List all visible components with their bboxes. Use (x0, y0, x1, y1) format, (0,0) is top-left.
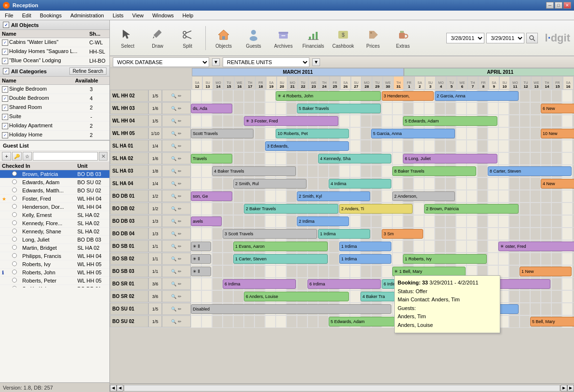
booking-block[interactable]: 10 New (541, 129, 574, 138)
booking-block[interactable]: 1 New (520, 267, 572, 276)
booking-block[interactable]: 1 Roberts, Ivy (403, 254, 487, 264)
booking-block[interactable]: 6 Irdima (307, 279, 381, 289)
extras-tool-button[interactable]: Extras (389, 24, 417, 53)
refine-search-button[interactable]: Refine Search (69, 68, 107, 75)
booking-block[interactable]: ✳ 3 Foster, Fred (244, 116, 338, 126)
scroll-right-button[interactable]: ▶ (561, 385, 567, 392)
list-item[interactable]: Edwards, Adam BO SU 02 (0, 178, 109, 187)
cashbook-tool-button[interactable]: $ Cashbook (329, 24, 357, 53)
booking-block[interactable]: 1 Carter, Steven (233, 254, 328, 264)
booking-block[interactable]: 6 New (541, 104, 574, 113)
guest-search-input[interactable] (33, 152, 98, 161)
units-select[interactable]: RENTABLE UNITS (223, 57, 309, 67)
booking-block[interactable]: 3 Edwards, (265, 141, 349, 151)
table-row[interactable]: ✓Cabins "Water Lilies" C-WL (0, 38, 109, 47)
booking-block[interactable]: ✳ ll (191, 267, 211, 276)
list-item[interactable]: Smith, Kyle BO DB 01 (0, 285, 109, 288)
menu-windows[interactable]: Windows (148, 12, 178, 19)
list-item[interactable]: Edwards, Matth... BO SU 02 (0, 187, 109, 195)
table-row[interactable]: ✓"Blue Ocean" Lodging LH-BO (0, 56, 109, 66)
table-row[interactable]: ✓Holiday Homes "Saguaro L... HH-SL (0, 47, 109, 56)
list-item[interactable]: Philipps, Francis WL HH 04 (0, 252, 109, 260)
booking-block[interactable]: 8 Carter, Steven (488, 166, 572, 176)
booking-block[interactable]: ✳ ll (191, 254, 211, 264)
menu-administration[interactable]: Administration (67, 12, 108, 19)
prices-tool-button[interactable]: Prices (359, 24, 387, 53)
booking-block[interactable]: son, Ge (191, 191, 232, 201)
guests-tool-button[interactable]: Guests (240, 24, 267, 53)
booking-block[interactable]: ✳ ll (191, 242, 211, 251)
date-to-select[interactable]: 3/29/2011 (486, 33, 524, 43)
booking-block[interactable]: 4 Baker Travels (212, 166, 296, 176)
booking-block[interactable]: 1 Irdima (318, 229, 370, 239)
horizontal-scrollbar[interactable] (124, 385, 560, 392)
booking-block[interactable]: 2 Brown, Patricia (424, 204, 519, 214)
table-row[interactable]: ✓Suite - (0, 112, 109, 122)
booking-block[interactable]: 4 Irdima (329, 179, 391, 189)
list-item[interactable]: Long, Juliet BO DB 03 (0, 236, 109, 244)
booking-block[interactable]: avels (191, 216, 222, 226)
booking-block[interactable]: ✳ 4 Roberts, John (276, 91, 381, 101)
booking-block[interactable]: 5 Edwards, Adam (403, 116, 497, 126)
list-item[interactable]: Roberts, Peter WL HH 05 (0, 277, 109, 285)
guest-add-button[interactable]: + (2, 152, 11, 161)
booking-block[interactable]: 2 Smith, Rul (233, 179, 307, 189)
financials-tool-button[interactable]: Financials (299, 24, 327, 53)
table-row[interactable]: ✓Holiday Apartment 2 (0, 122, 109, 131)
db-arrow-button[interactable]: ▼ (212, 58, 220, 66)
booking-block[interactable]: 1 Irdima (339, 254, 391, 264)
booking-block[interactable]: 1 Evans, Aaron (233, 242, 328, 251)
menu-lists[interactable]: Lists (109, 12, 128, 19)
booking-block[interactable]: 2 Baker Travels (244, 204, 338, 214)
list-item[interactable]: Kelly, Ernest SL HA 02 (0, 211, 109, 219)
obj-check-2[interactable]: ✓ (2, 49, 8, 55)
booking-block[interactable]: Scott Travels (191, 129, 254, 138)
list-item[interactable]: Henderson, Dor... WL HH 04 (0, 203, 109, 211)
booking-block[interactable]: 6 Anders, Louise (244, 292, 349, 301)
database-select[interactable]: WORK DATABASE (113, 57, 209, 67)
list-item[interactable]: Martin, Bridget SL HA 02 (0, 244, 109, 252)
guest-star-button[interactable]: ☆ (23, 152, 32, 161)
menu-view[interactable]: View (128, 12, 147, 19)
date-from-select[interactable]: 3/28/2011 (446, 33, 484, 43)
scroll-right2-button[interactable]: ▶ (567, 385, 574, 392)
list-item[interactable]: ★ Foster, Fred WL HH 04 (0, 195, 109, 203)
archives-tool-button[interactable]: Archives (269, 24, 297, 53)
scroll-left2-button[interactable]: ◀ (117, 385, 123, 392)
booking-block[interactable]: ✳ oster, Fred (498, 242, 574, 251)
objects-tool-button[interactable]: Objects (210, 24, 238, 53)
table-row[interactable]: ✓Shared Room 2 (0, 103, 109, 112)
booking-block[interactable]: 5 Bell, Mary (530, 317, 574, 326)
maximize-button[interactable]: □ (555, 2, 562, 9)
booking-block[interactable]: 3 Scott Travels (223, 229, 317, 239)
booking-block[interactable]: 2 Garcia, Anna (435, 91, 519, 101)
booking-block[interactable]: 6 Long, Juliet (403, 154, 497, 163)
guest-search-clear[interactable]: ✕ (99, 152, 107, 161)
guest-list-scroll[interactable]: Checked In Unit Brown, Patricia BO DB 03 (0, 162, 109, 287)
booking-block[interactable]: 2 Irdima (297, 216, 349, 226)
scroll-left-button[interactable]: ◀ (110, 385, 117, 392)
table-row[interactable]: ✓Double Bedroom 4 (0, 94, 109, 103)
booking-block[interactable]: ds, Ada (191, 104, 232, 113)
objects-checkbox[interactable]: ✓ (3, 22, 9, 28)
booking-block[interactable]: 4 Kennedy, Sha (318, 154, 391, 163)
menu-help[interactable]: Help (179, 12, 198, 19)
draw-tool-button[interactable]: Draw (144, 24, 172, 53)
booking-block[interactable]: 10 Roberts, Pet (276, 129, 349, 138)
booking-block[interactable]: 3 Sm (382, 229, 423, 239)
menu-bookings[interactable]: Bookings (36, 12, 66, 19)
menu-file[interactable]: File (1, 12, 17, 19)
booking-block[interactable]: Travels (191, 154, 232, 163)
menu-edit[interactable]: Edit (18, 12, 35, 19)
table-row[interactable]: ✓Holiday Home 2 (0, 131, 109, 140)
list-item[interactable]: Kennedy, Shane SL HA 02 (0, 228, 109, 236)
booking-block[interactable]: 5 Garcia, Anna (371, 129, 455, 138)
booking-block[interactable]: 5 Baker Travels (297, 104, 381, 113)
booking-block[interactable]: 2 Smith, Kyl (297, 191, 370, 201)
close-button[interactable]: ✕ (563, 2, 571, 9)
split-tool-button[interactable]: Split (174, 24, 201, 53)
obj-check-1[interactable]: ✓ (2, 40, 8, 46)
categories-checkbox[interactable]: ✓ (3, 68, 9, 74)
minimize-button[interactable]: ─ (546, 2, 554, 9)
table-row[interactable]: ✓Single Bedroom 3 (0, 85, 109, 94)
